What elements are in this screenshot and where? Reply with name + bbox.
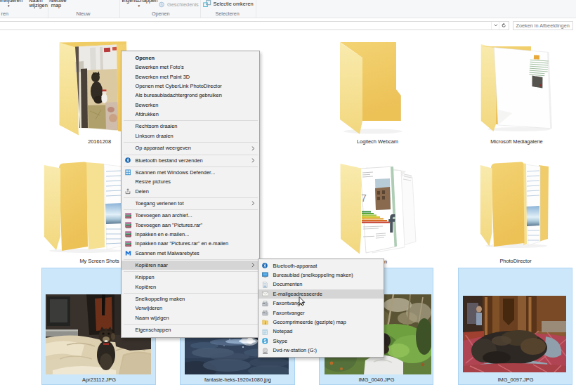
svg-text:7: 7 — [361, 192, 367, 204]
svg-text:S: S — [263, 339, 267, 344]
